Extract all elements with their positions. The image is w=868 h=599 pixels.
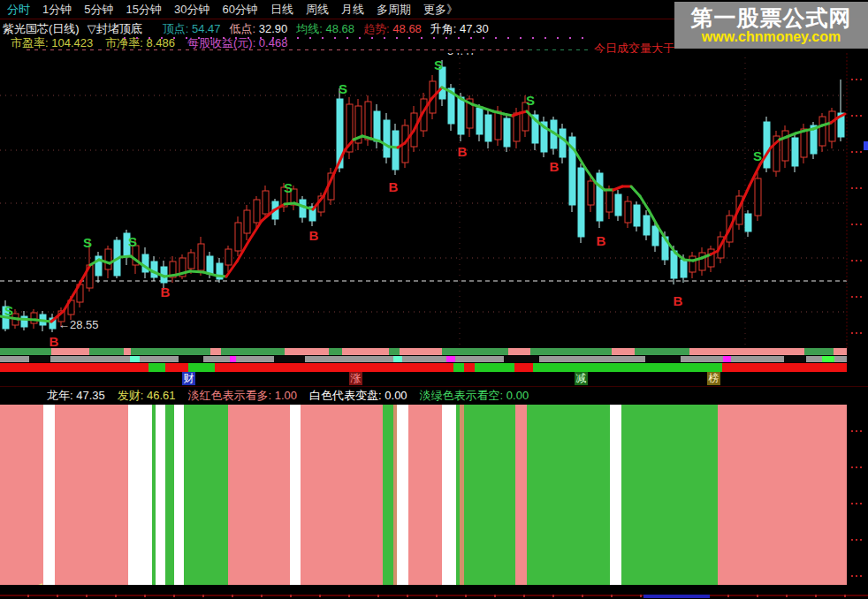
menu-item-3[interactable]: 5分钟: [84, 2, 113, 18]
ribbon-segment: [124, 348, 131, 355]
menu-item-11[interactable]: 更多》: [423, 2, 458, 18]
ribbon-segment: [804, 348, 834, 355]
ribbon-label-涨: 涨: [349, 372, 362, 385]
menu-item-6[interactable]: 60分钟: [222, 2, 257, 18]
long-short-stripe-panel[interactable]: [0, 405, 868, 585]
main-indicator-selector[interactable]: ▽封堵顶底: [88, 21, 142, 37]
ribbon-segment: [305, 356, 393, 362]
sell-marker: S: [284, 180, 293, 195]
ribbon-segment: [393, 356, 402, 362]
indicator-field: 趋势: 48.68: [363, 21, 422, 37]
bottom-panel-header: ▽多空 龙年: 47.35发财: 46.61淡红色表示看多: 1.00白色代表变…: [0, 386, 868, 405]
buy-marker: B: [49, 334, 59, 348]
dashed-decor-teal: [529, 49, 590, 50]
ribbon-segment: [140, 356, 179, 362]
sell-marker: S: [434, 57, 443, 72]
ribbon-segment: [130, 356, 140, 362]
panel-header-field: 发财: 46.61: [118, 388, 176, 404]
menu-item-1[interactable]: 分时: [7, 2, 30, 18]
indicator-values: 顶点: 54.47低点: 32.90均线: 48.68趋势: 48.68升角: …: [163, 21, 489, 37]
ribbon-segment: [0, 356, 29, 362]
ribbon-segment: [389, 348, 400, 355]
sell-marker: S: [753, 148, 762, 163]
ribbon-label-榜: 榜: [707, 372, 720, 385]
peak-price-label: 54.47: [447, 53, 476, 57]
ribbon-segment: [508, 348, 530, 355]
sell-marker: S: [526, 93, 535, 108]
ribbon-segment: [784, 356, 806, 362]
menu-item-10[interactable]: 多周期: [377, 2, 411, 18]
bottom-indicator-selector[interactable]: ▽多空: [3, 388, 34, 404]
menu-item-5[interactable]: 30分钟: [174, 2, 209, 18]
horizontal-scrollbar-thumb[interactable]: [643, 595, 710, 598]
menu-item-7[interactable]: 日线: [270, 2, 293, 18]
ribbon-segment: [455, 356, 504, 362]
menu-item-2[interactable]: 1分钟: [42, 2, 72, 18]
trading-app-window: { "menu": { "items": [ {"label":"分时","ac…: [0, 0, 868, 599]
ribbon-segment: [834, 356, 847, 362]
ribbon-segment: [806, 356, 822, 362]
stock-title: 紫光国芯(日线): [3, 21, 80, 37]
ribbon-segment: [329, 348, 342, 355]
ribbon-label-band: 财涨减榜: [0, 372, 868, 386]
panel-header-field: 淡红色表示看多: 1.00: [188, 388, 298, 404]
ribbon-segment: [203, 356, 230, 362]
ribbon-segment: [0, 348, 51, 355]
ribbon-label-减: 减: [575, 372, 588, 385]
sell-marker: S: [4, 303, 13, 318]
ribbon-segment: [446, 356, 455, 362]
ribbon-segment: [400, 348, 442, 355]
buy-marker: B: [389, 179, 399, 194]
buy-marker: B: [597, 233, 606, 248]
ribbon-segment: [50, 356, 130, 362]
ribbon-segment: [681, 356, 723, 362]
ribbon-segment: [834, 348, 847, 355]
panel-header-field: 淡绿色表示看空: 0.00: [420, 388, 529, 404]
buy-marker: B: [550, 159, 560, 174]
ribbon-segment: [442, 348, 508, 355]
buy-marker: B: [161, 284, 171, 300]
ribbon-segment: [539, 356, 645, 362]
ribbon-segment: [51, 348, 89, 355]
ribbon-label-财: 财: [182, 372, 195, 385]
ribbon-segment: [131, 348, 210, 355]
candlestick-chart[interactable]: SSSSSSSSBBBBBBBB54.47←28.55: [0, 53, 868, 348]
indicator-field: 均线: 48.68: [296, 21, 354, 37]
ribbon-segment: [221, 348, 285, 355]
ribbon-segment: [402, 356, 446, 362]
ribbon-segment: [342, 348, 389, 355]
logo-url: www.chnmoney.com: [702, 29, 841, 45]
ribbon-segment: [645, 356, 681, 362]
dotted-decor-magenta: [124, 37, 583, 39]
ribbon-segment: [504, 356, 539, 362]
ribbon-segment: [274, 356, 305, 362]
logo-title: 第一股票公式网: [691, 6, 852, 29]
sell-marker: S: [339, 81, 347, 96]
watermark-logo: 第一股票公式网 www.chnmoney.com: [674, 2, 868, 49]
panel-header-field: 龙年: 47.35: [47, 388, 105, 404]
ribbon-segment: [179, 356, 203, 362]
sell-marker: S: [83, 235, 92, 250]
bottom-tick-marks: [0, 595, 847, 597]
indicator-field: 升角: 47.30: [430, 21, 489, 37]
ribbon-segment: [822, 356, 834, 362]
ribbon-segment: [612, 348, 635, 355]
ribbon-segment: [285, 348, 329, 355]
ribbon-segment: [731, 356, 784, 362]
menu-item-4[interactable]: 15分钟: [126, 2, 161, 18]
ribbon-segment: [230, 356, 236, 362]
ribbon-segment: [635, 348, 689, 355]
ribbon-segment: [689, 348, 804, 355]
ribbon-segment: [210, 348, 221, 355]
panel-header-field: 白色代表变盘: 0.00: [309, 388, 407, 404]
ribbon-segment: [530, 348, 612, 355]
menu-item-9[interactable]: 月线: [341, 2, 364, 18]
ribbon-segment: [236, 356, 274, 362]
ribbon-segment: [29, 356, 50, 362]
indicator-field: 低点: 32.90: [229, 21, 287, 37]
ribbon-segment: [723, 356, 731, 362]
menu-item-8[interactable]: 周线: [306, 2, 329, 18]
low-price-label: ←28.55: [58, 318, 99, 331]
window-bottom-bar: [0, 585, 868, 599]
buy-marker: B: [458, 144, 468, 159]
